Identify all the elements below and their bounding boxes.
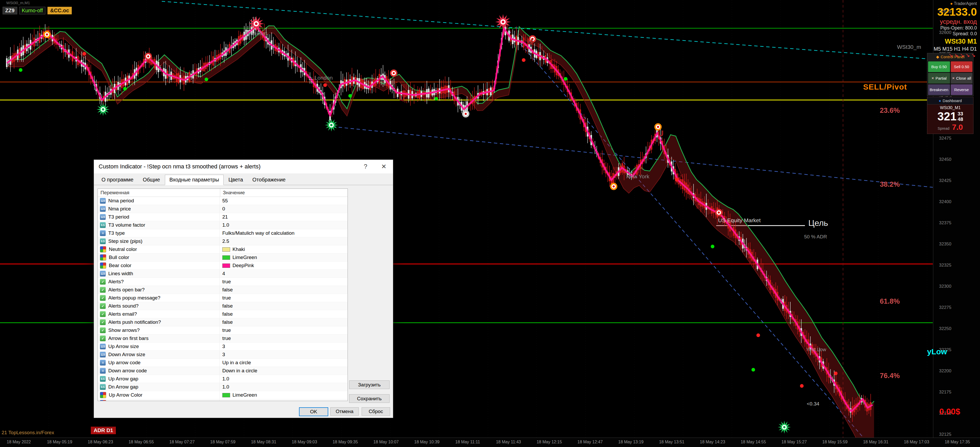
column-header-variable[interactable]: Переменная <box>98 189 220 196</box>
param-value[interactable]: Fulks/Matulich way of calculation <box>220 229 348 237</box>
load-button[interactable]: Загрузить <box>349 380 390 389</box>
dialog-tab-0[interactable]: О программе <box>97 175 138 185</box>
param-value[interactable]: LimeGreen <box>220 391 348 399</box>
param-row[interactable]: Neutral colorKhaki <box>98 246 348 254</box>
param-value[interactable]: LimeGreen <box>220 254 348 261</box>
cancel-button[interactable]: Отмена <box>330 407 359 416</box>
param-name: Alerts open bar? <box>108 287 145 293</box>
session-label-new-york: New York <box>626 173 649 180</box>
param-value[interactable]: true <box>220 278 348 286</box>
param-row[interactable]: ✓Alerts sound?false <box>98 302 348 310</box>
param-value[interactable]: true <box>220 326 348 334</box>
param-row[interactable]: ✓Arrow on first barstrue <box>98 334 348 343</box>
param-value[interactable]: Up in a circle <box>220 359 348 367</box>
cc-oc-badge[interactable]: &CC.oc <box>48 7 72 14</box>
reset-button[interactable]: Сброс <box>362 407 390 416</box>
param-name: Alerts popup message? <box>108 295 161 301</box>
param-row[interactable]: ✓Alerts push notification?false <box>98 318 348 326</box>
param-row[interactable]: ≡Up arrow codeUp in a circle <box>98 359 348 367</box>
param-row[interactable]: 123Nma period55 <box>98 197 348 205</box>
param-value[interactable]: true <box>220 294 348 302</box>
dialog-tab-1[interactable]: Общие <box>138 175 164 185</box>
param-row[interactable]: 123Lines width4 <box>98 270 348 278</box>
dashboard-dot-icon: ● <box>939 99 941 103</box>
param-row[interactable]: Down Arrow ColorDeepPink <box>98 399 348 401</box>
param-row[interactable]: 0.5Up Arrow gap1.0 <box>98 375 348 383</box>
timeline[interactable]: 18 May 202218 May 05:1918 May 06:2318 Ma… <box>0 437 980 447</box>
param-value[interactable]: false <box>220 302 348 310</box>
param-value[interactable]: 21 <box>220 213 348 221</box>
param-row[interactable]: ✓Show arrows?true <box>98 326 348 334</box>
param-row[interactable]: ✓Alerts?true <box>98 278 348 286</box>
param-row[interactable]: Bear colorDeepPink <box>98 262 348 270</box>
dialog-titlebar[interactable]: Custom Indicator - !Step ocn nma t3 smoo… <box>94 160 393 173</box>
reverse-button[interactable]: Reverse <box>951 84 973 95</box>
help-icon[interactable]: ? <box>356 160 375 173</box>
param-value[interactable]: 4 <box>220 270 348 278</box>
mt4-terminal-window: UUU WSt30_m,M1 ZZ9 Kumo-off &CC.oc Frank… <box>0 0 980 447</box>
close-icon[interactable]: ✕ <box>375 160 393 173</box>
param-value[interactable]: 1.0 <box>220 221 348 229</box>
param-value[interactable]: 1.0 <box>220 375 348 383</box>
param-value[interactable]: Down in a circle <box>220 367 348 375</box>
param-row[interactable]: Bull colorLimeGreen <box>98 254 348 262</box>
param-row[interactable]: 0.5Dn Arrow gap1.0 <box>98 383 348 391</box>
param-row[interactable]: ✓Alerts popup message?true <box>98 294 348 302</box>
param-value[interactable]: 55 <box>220 197 348 205</box>
price-tick: 32450 <box>939 157 951 162</box>
param-value[interactable]: 3 <box>220 351 348 359</box>
param-row[interactable]: ✓Alerts open bar?false <box>98 286 348 294</box>
partial-button[interactable]: ✕Partial <box>928 73 950 83</box>
param-row[interactable]: 123Nma price0 <box>98 205 348 213</box>
param-value[interactable]: false <box>220 286 348 294</box>
dialog-tab-2[interactable]: Входные параметры <box>165 175 223 185</box>
param-row[interactable]: 0.5Step size (pips)2.5 <box>98 237 348 246</box>
price-tick: 32125 <box>939 432 951 437</box>
dialog-tab-4[interactable]: Отображение <box>248 175 290 185</box>
param-row[interactable]: 123Up Arrow size3 <box>98 343 348 351</box>
param-row[interactable]: 0.5T3 volume factor1.0 <box>98 221 348 229</box>
trader-agent-label: ● TraderAgent <box>934 1 977 6</box>
param-table-header: Переменная Значение <box>98 189 348 197</box>
param-name: Down arrow code <box>108 368 147 374</box>
param-value[interactable]: false <box>220 310 348 318</box>
timeframe-list[interactable]: M5 M15 H1 H4 D1 <box>934 46 977 52</box>
buy-0-50-button[interactable]: Buy 0.50 <box>928 61 950 72</box>
param-value[interactable]: DeepPink <box>220 399 348 401</box>
save-button[interactable]: Сохранить <box>349 394 390 403</box>
ok-button[interactable]: OK <box>299 407 328 416</box>
param-table-body: 123Nma period55123Nma price0123T3 period… <box>98 197 348 401</box>
price-tick: 32275 <box>939 305 951 310</box>
close-all-button[interactable]: ✕Close all <box>951 73 973 83</box>
color-swatch <box>222 393 230 398</box>
timeline-label: 18 May 10:07 <box>373 440 399 444</box>
param-row[interactable]: Up Arrow ColorLimeGreen <box>98 391 348 399</box>
param-value[interactable]: 1.0 <box>220 383 348 391</box>
adr-d1-badge[interactable]: ADR D1 <box>91 427 116 434</box>
column-header-value[interactable]: Значение <box>220 189 348 196</box>
breakeven-button[interactable]: Breakeven <box>928 84 950 95</box>
param-row[interactable]: ✓Alerts email?false <box>98 310 348 318</box>
param-row[interactable]: ≡Down arrow codeDown in a circle <box>98 367 348 375</box>
param-row[interactable]: 123Down Arrow size3 <box>98 351 348 359</box>
param-value[interactable]: 3 <box>220 343 348 350</box>
param-value[interactable]: Khaki <box>220 246 348 253</box>
param-value[interactable]: false <box>220 318 348 326</box>
param-value[interactable]: true <box>220 334 348 342</box>
kumo-off-badge[interactable]: Kumo-off <box>19 7 46 14</box>
param-value[interactable]: DeepPink <box>220 262 348 270</box>
param-value[interactable]: 2.5 <box>220 237 348 245</box>
timeline-label: 18 May 06:55 <box>129 440 154 444</box>
param-name: Nma period <box>108 198 134 204</box>
dashboard-title[interactable]: ●Dashboard <box>927 97 973 104</box>
dialog-tab-3[interactable]: Цвета <box>224 175 248 185</box>
param-row[interactable]: ≡T3 typeFulks/Matulich way of calculatio… <box>98 229 348 237</box>
param-row[interactable]: 123T3 period21 <box>98 213 348 221</box>
fib-level-618: 61.8% <box>880 297 900 305</box>
timeline-label: 18 May 09:35 <box>332 440 358 444</box>
param-type-bool-icon: ✓ <box>100 311 106 317</box>
sell-0-50-button[interactable]: Sell 0.50 <box>951 61 973 72</box>
param-value[interactable]: 0 <box>220 205 348 213</box>
dashboard-body: WSt30_M1 321 3348 Spread 7.0 <box>927 104 973 134</box>
zz9-badge[interactable]: ZZ9 <box>3 7 17 14</box>
